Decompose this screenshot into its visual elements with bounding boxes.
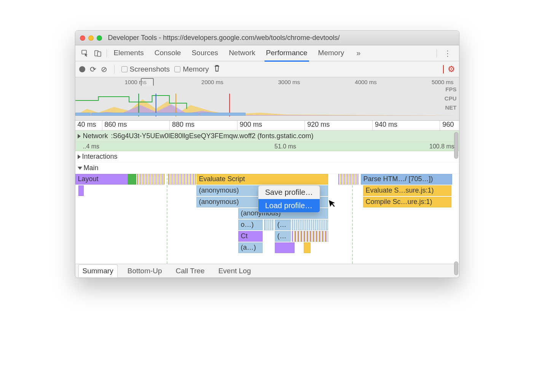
checkbox-icon [121,66,128,72]
flame-bar-ct[interactable]: Ct [238,231,263,242]
tab-performance[interactable]: Performance [265,46,308,61]
flame-bar-evaluate-script[interactable]: Evaluate Script [196,174,328,185]
flame-bar[interactable] [292,220,328,230]
flame-bar[interactable] [264,220,273,230]
tab-event-log[interactable]: Event Log [215,265,255,277]
flame-bar[interactable] [275,242,295,253]
capture-settings-icon[interactable]: ⚙ [448,64,455,74]
menu-item-load-profile[interactable]: Load profile… [258,199,320,212]
frame-duration: 100.8 ms [429,143,454,150]
flame-bar[interactable] [78,185,84,196]
tab-console[interactable]: Console [154,46,182,61]
flame-bar[interactable] [292,231,328,242]
memory-label: Memory [183,65,209,73]
frame-boundary [352,174,353,264]
tab-call-tree[interactable]: Call Tree [172,265,209,277]
flame-bar-o[interactable]: o…) [238,220,263,230]
zoom-window-button[interactable] [97,35,102,41]
interactions-label: Interactions [82,153,118,161]
context-menu: Save profile… Load profile… [258,185,320,213]
scrollbar-thumb[interactable] [454,261,458,275]
flame-bar[interactable] [168,174,196,185]
disclosure-triangle-icon [78,134,81,139]
overview-net-bars [75,112,459,116]
network-request-name: :S6g4U3t-Y5UEw0lE80llgEseQY3FEmqw.woff2 … [111,132,314,140]
titlebar: Developer Tools - https://developers.goo… [75,31,459,45]
network-track-header[interactable]: Network :S6g4U3t-Y5UEw0lE80llgEseQY3FEmq… [75,131,459,142]
record-button[interactable] [79,66,85,72]
devtools-window: Developer Tools - https://developers.goo… [75,30,459,278]
kebab-menu-icon[interactable]: ⋮ [439,47,456,59]
flame-bar-evaluate-s[interactable]: Evaluate S…sure.js:1) [363,185,451,196]
screenshots-label: Screenshots [130,65,170,73]
window-title: Developer Tools - https://developers.goo… [108,34,454,42]
tab-memory[interactable]: Memory [317,46,345,61]
flame-bar[interactable] [304,242,311,253]
close-window-button[interactable] [80,35,85,41]
scrollbar-thumb[interactable] [454,132,458,159]
panel-tabs-row: Elements Console Sources Network Perform… [75,45,459,61]
reload-icon[interactable]: ⟳ [90,65,96,74]
ruler-tick: 40 ms [75,121,102,130]
screenshots-checkbox[interactable]: Screenshots [121,65,170,73]
frame-duration: ..4 ms [83,143,100,150]
device-toolbar-icon[interactable] [91,47,104,60]
network-label: Network [83,132,108,140]
frames-track[interactable]: ..4 ms 51.0 ms 100.8 ms [75,142,459,151]
detail-ruler[interactable]: 40 ms 860 ms 880 ms 900 ms 920 ms 940 ms… [75,121,459,131]
flame-bar-paren[interactable]: (… [275,231,291,242]
tab-network[interactable]: Network [228,46,256,61]
separator [107,49,107,57]
interactions-track-header[interactable]: Interactions [75,151,459,163]
disclosure-triangle-icon [78,155,81,159]
ruler-tick: 880 ms [169,121,237,130]
ruler-tick: 900 ms [237,121,305,130]
inspect-element-icon[interactable] [78,47,91,60]
main-track-header[interactable]: Main [75,163,459,174]
overview-ticks: 1000 ms 2000 ms 3000 ms 4000 ms 5000 ms [75,77,459,85]
details-tabs: Summary Bottom-Up Call Tree Event Log [75,264,459,277]
memory-checkbox[interactable]: Memory [174,65,209,73]
tab-elements[interactable]: Elements [113,46,145,61]
checkbox-icon [174,66,180,72]
frame-boundary [167,174,167,264]
tracks-container: Network :S6g4U3t-Y5UEw0lE80llgEseQY3FEmq… [75,131,459,264]
ruler-tick: 940 ms [372,121,440,130]
tabs-overflow-button[interactable]: » [354,47,363,59]
overview-tick: 2000 ms [201,79,223,85]
performance-toolbar: ⟳ ⊘ Screenshots Memory ⚙ [75,61,459,77]
tab-summary[interactable]: Summary [78,265,118,277]
separator [437,49,437,57]
clear-icon[interactable]: ⊘ [101,65,107,74]
overview-pane[interactable]: 1000 ms 2000 ms 3000 ms 4000 ms 5000 ms … [75,77,459,121]
minimize-window-button[interactable] [88,35,94,41]
disclosure-triangle-icon [78,167,82,170]
separator [114,65,115,73]
flame-bar-compile-s[interactable]: Compile Sc…ure.js:1) [363,197,451,207]
flame-bar-layout[interactable]: Layout [75,174,128,185]
ruler-tick: 960 [440,121,459,130]
ruler-tick: 860 ms [102,121,170,130]
ruler-tick: 920 ms [304,121,372,130]
menu-item-save-profile[interactable]: Save profile… [258,186,320,199]
overview-selection[interactable] [141,78,154,86]
overview-tick: 3000 ms [278,79,300,85]
tab-sources[interactable]: Sources [191,46,219,61]
overview-tick: 4000 ms [355,79,377,85]
overview-graph [75,94,459,116]
panel-tabs: Elements Console Sources Network Perform… [113,46,434,61]
tab-bottom-up[interactable]: Bottom-Up [124,265,166,277]
traffic-lights [80,35,102,41]
flame-bar[interactable] [338,174,359,185]
svg-rect-0 [82,50,86,54]
flame-chart[interactable]: Layout Evaluate Script Parse HTM…/ [705…… [75,174,459,264]
fps-label: FPS [445,85,457,94]
garbage-collect-icon[interactable] [214,64,220,74]
main-label: Main [84,164,99,172]
flame-bar-a[interactable]: (a…) [238,242,263,253]
flame-bar-parse-html[interactable]: Parse HTM…/ [705…]) [361,174,452,185]
flame-bar-paren[interactable]: (… [275,220,291,230]
flame-bar[interactable] [128,174,136,185]
flame-bar[interactable] [137,174,164,185]
svg-rect-2 [97,52,101,56]
